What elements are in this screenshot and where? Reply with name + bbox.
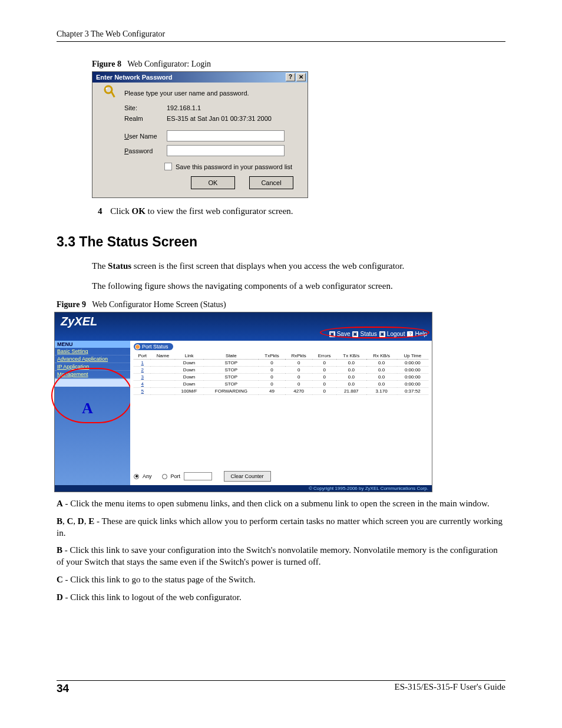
port-status-title: Port Status (134, 343, 173, 350)
port-link[interactable]: 1 (134, 360, 151, 367)
menu-advanced-application[interactable]: Advanced Application (55, 355, 130, 363)
desc-b: B - Click this link to save your configu… (57, 545, 505, 568)
section-heading: 3.3 The Status Screen (57, 234, 505, 250)
figure9-caption: Figure 9 Web Configurator Home Screen (S… (57, 300, 505, 309)
table-row: 3DownSTOP0000.00.00:00:00 (134, 374, 428, 381)
desc-bcde: B, C, D, E - These are quick links which… (57, 516, 505, 539)
port-link[interactable]: 5 (134, 388, 151, 395)
login-prompt: Please type your user name and password. (124, 90, 249, 97)
port-status-table: PortNameLinkStateTxPktsRxPktsErrorsTx KB… (134, 353, 428, 395)
zyxel-logo: ZyXEL (55, 312, 432, 330)
desc-d: D - Click this link to logout of the web… (57, 592, 505, 604)
desc-a: A - Click the menu items to open submenu… (57, 498, 505, 510)
table-row: 4DownSTOP0000.00.00:00:00 (134, 381, 428, 388)
quicklink-save[interactable]: ▣Save (329, 331, 351, 337)
intro-para-1: The Status screen is the first screen th… (92, 261, 505, 272)
port-link[interactable]: 3 (134, 374, 151, 381)
quicklinks-bar: ▣Save ▣Status ▣Logout ?Help (55, 330, 432, 341)
site-value: 192.168.1.1 (167, 104, 299, 111)
page-header: Chapter 3 The Web Configurator (57, 29, 505, 42)
site-label: Site: (124, 104, 167, 111)
help-icon: ? (407, 331, 413, 337)
figure9-label: Figure 9 (57, 300, 86, 309)
step-4: 4 Click OK to view the first web configu… (98, 206, 505, 216)
help-icon[interactable]: ? (286, 73, 295, 81)
menu-header: MENU (55, 341, 130, 348)
port-link[interactable]: 4 (134, 381, 151, 388)
figure8-title: Web Configurator: Login (127, 60, 211, 68)
status-icon: ▣ (352, 331, 358, 337)
close-icon[interactable]: ✕ (296, 73, 306, 81)
page-footer: 34 ES-315/ES-315-F User's Guide (57, 680, 505, 695)
table-header-row: PortNameLinkStateTxPktsRxPktsErrorsTx KB… (134, 353, 428, 360)
logout-icon: ▣ (379, 331, 385, 337)
sidebar-menu: MENU Basic Setting Advanced Application … (55, 341, 130, 485)
table-row: 5100M/FFORWARDING494270021.8873.1700:37:… (134, 388, 428, 395)
figure8-caption: Figure 8 Web Configurator: Login (92, 60, 505, 69)
svg-point-2 (106, 88, 108, 90)
save-icon: ▣ (329, 331, 335, 337)
clear-counter-button[interactable]: Clear Counter (224, 471, 271, 482)
menu-ip-application[interactable]: IP Application (55, 363, 130, 371)
password-input[interactable] (167, 145, 285, 156)
intro-para-2: The following figure shows the navigatin… (92, 281, 505, 292)
status-screenshot: ZyXEL ▣Save ▣Status ▣Logout ?Help B C D … (54, 312, 432, 492)
figure9-title: Web Configurator Home Screen (Status) (92, 300, 226, 309)
quicklink-help[interactable]: ?Help (407, 331, 427, 337)
page-number: 34 (57, 682, 69, 695)
main-panel: Port Status PortNameLinkStateTxPktsRxPkt… (130, 341, 432, 485)
username-input[interactable] (167, 130, 285, 141)
ok-button[interactable]: OK (191, 176, 235, 189)
dialog-titlebar: Enter Network Password ? ✕ (92, 72, 308, 83)
save-password-checkbox[interactable] (164, 163, 172, 170)
login-dialog: Enter Network Password ? ✕ Please type y… (92, 71, 308, 198)
password-label: Password (124, 147, 167, 154)
quicklink-logout[interactable]: ▣Logout (379, 331, 405, 337)
radio-any[interactable] (134, 474, 139, 479)
svg-rect-1 (110, 91, 115, 98)
radio-any-label: Any (143, 473, 152, 479)
radio-port[interactable] (162, 474, 167, 479)
menu-basic-setting[interactable]: Basic Setting (55, 348, 130, 355)
step-4-num: 4 (98, 206, 103, 216)
table-row: 2DownSTOP0000.00.00:00:00 (134, 367, 428, 374)
key-icon (103, 84, 120, 101)
menu-management[interactable]: Management (55, 371, 130, 378)
figure8-label: Figure 8 (92, 60, 121, 68)
status-footer: © Copyright 1995-2006 by ZyXEL Communica… (55, 485, 432, 492)
guide-name: ES-315/ES-315-F User's Guide (394, 682, 505, 695)
save-password-label: Save this password in your password list (176, 163, 292, 170)
quicklink-status[interactable]: ▣Status (352, 331, 376, 337)
port-number-input[interactable] (184, 472, 212, 480)
table-row: 1DownSTOP0000.00.00:00:00 (134, 360, 428, 367)
realm-label: Realm (124, 115, 167, 122)
realm-value: ES-315 at Sat Jan 01 00:37:31 2000 (167, 115, 299, 122)
desc-c: C - Click this link to go to the status … (57, 574, 505, 586)
username-label: User Name (124, 133, 167, 140)
dialog-title: Enter Network Password (96, 74, 173, 81)
port-link[interactable]: 2 (134, 367, 151, 374)
radio-port-label: Port (171, 473, 181, 479)
cancel-button[interactable]: Cancel (249, 176, 293, 189)
